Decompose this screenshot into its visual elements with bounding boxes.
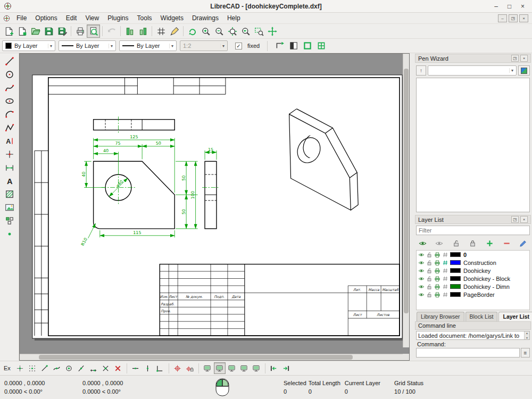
- vertical-scrollbar-thumb[interactable]: [404, 69, 409, 313]
- menu-view[interactable]: View: [81, 13, 103, 23]
- toggle-right-dock-button[interactable]: [280, 362, 292, 374]
- zoom-in-button[interactable]: [199, 24, 212, 38]
- grid-toggle-button[interactable]: [154, 24, 168, 38]
- snap-nothing-button[interactable]: [112, 362, 124, 374]
- layer-lock-icon[interactable]: [426, 268, 433, 274]
- layer-lock-icon[interactable]: [426, 252, 433, 258]
- pen-wizard-color-button[interactable]: [518, 65, 530, 76]
- set-relative-zero-button[interactable]: [172, 362, 184, 374]
- redraw-button[interactable]: [186, 24, 199, 38]
- document-restore-button[interactable]: ◳: [509, 14, 518, 22]
- print-button[interactable]: [73, 24, 87, 38]
- pen-wizard-list[interactable]: [416, 78, 530, 212]
- layer-color-swatch[interactable]: [450, 268, 461, 273]
- circle-tool-button[interactable]: [2, 68, 17, 81]
- dock-area-right-button[interactable]: [214, 362, 226, 374]
- remove-layer-button[interactable]: [501, 237, 512, 249]
- open-drawing-button[interactable]: [29, 24, 42, 38]
- layer-lock-icon[interactable]: [426, 292, 433, 298]
- layer-lock-icon[interactable]: [426, 260, 433, 266]
- zoom-out-button[interactable]: [212, 24, 226, 38]
- layer-row[interactable]: 0: [417, 251, 529, 259]
- snap-middle-button[interactable]: [76, 362, 87, 374]
- undo-button[interactable]: [105, 24, 118, 38]
- save-drawing-as-button[interactable]: [55, 24, 69, 38]
- layer-name[interactable]: Doohickey: [463, 268, 491, 274]
- menu-edit[interactable]: Edit: [62, 13, 81, 23]
- layer-print-icon[interactable]: [434, 276, 440, 282]
- unlock-all-layers-button[interactable]: [450, 237, 462, 249]
- active-pen-button[interactable]: [301, 39, 314, 53]
- layer-color-swatch[interactable]: [450, 260, 461, 265]
- layer-name[interactable]: Doohickey - Dimn: [463, 284, 510, 290]
- dock-area-left-button[interactable]: [202, 362, 213, 374]
- layer-construction-icon[interactable]: [442, 260, 448, 266]
- window-close-button[interactable]: ×: [516, 1, 529, 11]
- layer-print-icon[interactable]: [434, 252, 440, 258]
- add-layer-button[interactable]: [484, 237, 496, 249]
- layer-visibility-icon[interactable]: [418, 292, 425, 298]
- polyline-tool-button[interactable]: [2, 121, 17, 134]
- dimension-tool-button[interactable]: [2, 161, 17, 174]
- window-maximize-button[interactable]: □: [503, 1, 516, 11]
- exclusive-snap-label[interactable]: Ex: [4, 365, 11, 371]
- auto-zoom-button[interactable]: [226, 24, 239, 38]
- menu-help[interactable]: Help: [223, 13, 245, 23]
- dock-splitter[interactable]: [410, 53, 414, 361]
- show-all-layers-button[interactable]: [417, 237, 428, 249]
- block-tool-button[interactable]: [2, 214, 17, 227]
- layer-construction-icon[interactable]: [442, 268, 448, 274]
- pen-color-select[interactable]: By Layer ▾: [2, 40, 55, 51]
- ellipse-tool-button[interactable]: [2, 95, 17, 107]
- previous-view-button[interactable]: [239, 24, 252, 38]
- horizontal-scrollbar-thumb[interactable]: [39, 355, 353, 360]
- point-tool-button[interactable]: [2, 148, 17, 161]
- order-top-button[interactable]: [136, 24, 149, 38]
- tab-library-browser[interactable]: Library Browser: [417, 312, 464, 321]
- layer-print-icon[interactable]: [434, 284, 440, 290]
- layer-print-icon[interactable]: [434, 268, 440, 274]
- layer-lock-icon[interactable]: [426, 276, 433, 282]
- pan-zoom-button[interactable]: [265, 24, 279, 38]
- restrict-vertical-button[interactable]: [142, 362, 154, 374]
- snap-center-button[interactable]: [63, 362, 75, 374]
- horizontal-scrollbar[interactable]: [20, 354, 403, 360]
- command-input[interactable]: [416, 348, 520, 358]
- window-minimize-button[interactable]: –: [489, 1, 503, 11]
- layer-visibility-icon[interactable]: [418, 252, 425, 258]
- layer-row[interactable]: Doohickey - Dimn: [417, 282, 529, 290]
- lock-relative-zero-button[interactable]: [184, 362, 196, 374]
- layer-row[interactable]: Doohickey - Block: [417, 275, 529, 282]
- pen-width-select[interactable]: By Layer ▾: [59, 40, 116, 51]
- new-drawing-button[interactable]: [2, 24, 15, 38]
- layer-name[interactable]: Doohickey - Block: [463, 276, 510, 282]
- document-minimize-button[interactable]: –: [498, 14, 507, 22]
- pen-wizard-select[interactable]: ▾: [428, 65, 517, 76]
- image-tool-button[interactable]: [2, 201, 17, 214]
- tab-layer-list[interactable]: Layer List: [498, 312, 532, 321]
- mtext-tool-button[interactable]: [2, 135, 17, 147]
- layer-color-swatch[interactable]: [450, 276, 461, 281]
- layer-lock-icon[interactable]: [426, 284, 433, 290]
- layer-construction-icon[interactable]: [442, 276, 448, 282]
- layer-row[interactable]: Doohickey: [417, 267, 529, 275]
- document-close-button[interactable]: ×: [519, 14, 528, 22]
- dock-area-bottom-button[interactable]: [238, 362, 250, 374]
- dock-area-floating-button[interactable]: [251, 362, 262, 374]
- layer-color-swatch[interactable]: [450, 292, 461, 297]
- layer-name[interactable]: PageBorder: [463, 292, 495, 298]
- pen-palette-button[interactable]: [314, 39, 328, 53]
- scroll-up-icon[interactable]: ▲: [526, 331, 528, 335]
- arc-tool-button[interactable]: [2, 108, 17, 121]
- command-history[interactable]: Loaded document: /home/garys/Link to ▲ ▼: [416, 331, 530, 340]
- text-tool-button[interactable]: [2, 174, 17, 187]
- restrict-orthogonal-button[interactable]: [154, 362, 166, 374]
- pen-wizard-float-button[interactable]: ◳: [511, 55, 519, 62]
- snap-free-button[interactable]: [14, 362, 26, 374]
- toggle-left-dock-button[interactable]: [268, 362, 280, 374]
- layer-construction-icon[interactable]: [442, 292, 448, 298]
- snap-distance-button[interactable]: [88, 362, 99, 374]
- fixed-checkbox[interactable]: ✓: [235, 43, 242, 49]
- restrict-horizontal-button[interactable]: [130, 362, 142, 374]
- layer-name[interactable]: Construction: [463, 260, 496, 266]
